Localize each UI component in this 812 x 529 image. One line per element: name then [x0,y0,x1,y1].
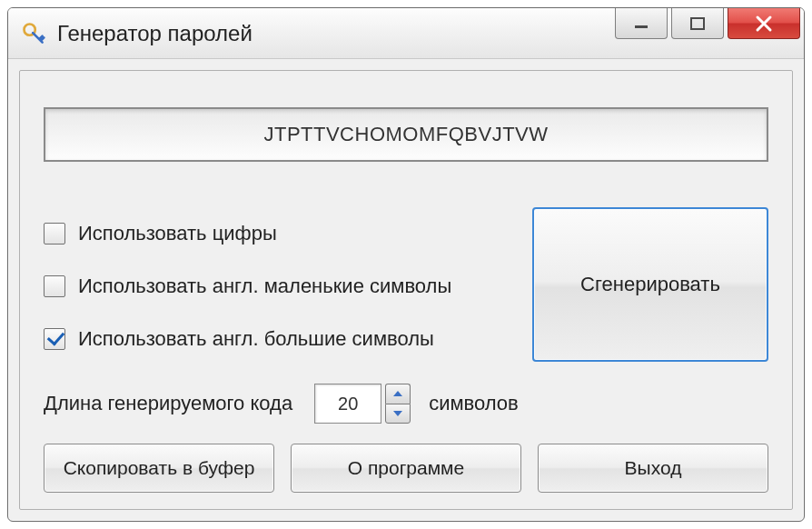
checkbox-use-lowercase[interactable]: Использовать англ. маленькие символы [44,260,516,313]
close-button[interactable] [728,8,800,39]
checkbox-label: Использовать англ. маленькие символы [78,274,451,298]
checkbox-use-digits[interactable]: Использовать цифры [44,207,516,260]
button-label: Скопировать в буфер [64,457,255,479]
checkbox-icon [44,275,65,297]
password-output[interactable]: JTPTTVCHOMOMFQBVJTVW [44,107,768,162]
key-icon [21,21,46,46]
about-button[interactable]: О программе [291,444,521,493]
button-label: О программе [348,457,464,479]
length-row: Длина генерируемого кода 20 символов [44,382,768,425]
length-spinner [385,384,411,424]
length-suffix: символов [429,392,519,415]
checkbox-icon [44,223,65,245]
copy-button[interactable]: Скопировать в буфер [44,444,274,493]
button-label: Сгенерировать [580,273,720,296]
svg-rect-1 [635,25,648,28]
app-window: Генератор паролей JTPTTVCHOMOMFQBVJTVW И… [7,7,805,522]
length-label: Длина генерируемого кода [44,392,292,415]
exit-button[interactable]: Выход [538,444,768,493]
window-controls [615,8,800,39]
checkbox-use-uppercase[interactable]: Использовать англ. большие символы [44,313,516,365]
checkbox-label: Использовать англ. большие символы [78,327,434,351]
bottom-buttons: Скопировать в буфер О программе Выход [44,444,768,493]
length-input[interactable]: 20 [314,384,381,424]
options-group: Использовать цифры Использовать англ. ма… [44,207,516,365]
svg-rect-2 [691,18,704,29]
titlebar: Генератор паролей [8,8,804,59]
generate-button[interactable]: Сгенерировать [532,207,768,362]
minimize-button[interactable] [615,8,668,39]
spinner-down-button[interactable] [385,404,411,424]
client-area: JTPTTVCHOMOMFQBVJTVW Использовать цифры … [19,70,793,510]
window-title: Генератор паролей [57,21,253,46]
spinner-up-button[interactable] [385,384,411,404]
checkbox-label: Использовать цифры [78,222,277,245]
checkbox-icon [44,328,65,350]
button-label: Выход [625,457,682,479]
maximize-button[interactable] [671,8,724,39]
